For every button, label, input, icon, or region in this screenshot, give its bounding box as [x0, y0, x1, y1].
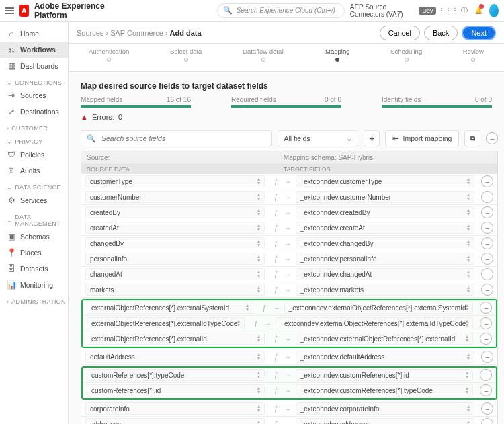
sidebar-item-destinations[interactable]: ↗Destinations: [0, 103, 68, 120]
source-field[interactable]: externalObjectReferences[*].externalSyst…: [87, 302, 253, 314]
sidebar-item-sources[interactable]: ⇥Sources: [0, 87, 68, 103]
next-button[interactable]: Next: [462, 26, 496, 40]
remove-row-button[interactable]: –: [480, 317, 492, 329]
sidebar-item-services[interactable]: ⚙Services: [0, 192, 68, 208]
fx-icon[interactable]: ƒ: [251, 320, 261, 327]
fx-icon[interactable]: ƒ: [271, 224, 281, 232]
target-field[interactable]: _extconndev.changedBy▴▾: [296, 237, 475, 249]
apps-icon[interactable]: ⋮⋮⋮: [443, 5, 454, 16]
info-icon[interactable]: ⓘ: [460, 5, 468, 16]
source-field[interactable]: changedAt▴▾: [85, 268, 265, 280]
target-field[interactable]: _extconndev.addresses▴▾: [296, 418, 475, 424]
target-field[interactable]: _extconndev.customReferences[*].id▴▾: [296, 369, 474, 381]
source-field[interactable]: addresses▴▾: [85, 418, 265, 424]
remove-row-button[interactable]: –: [481, 191, 493, 203]
remove-row-button[interactable]: –: [481, 418, 493, 424]
fx-icon[interactable]: ƒ: [271, 286, 281, 294]
target-field[interactable]: _extconndev.externalObjectReferences[*].…: [296, 333, 474, 345]
filter-select[interactable]: All fields ⌄: [278, 130, 358, 146]
source-field[interactable]: customReferences[*].id▴▾: [87, 384, 265, 396]
target-field[interactable]: _extconndev.corporateInfo▴▾: [296, 402, 475, 415]
fx-icon[interactable]: ƒ: [271, 335, 281, 343]
target-field[interactable]: _extconndev.markets▴▾: [296, 284, 475, 296]
step-select-data[interactable]: Select data: [170, 48, 202, 62]
add-button[interactable]: +: [364, 130, 380, 146]
target-field[interactable]: _extconndev.externalObjectReferences[*].…: [276, 317, 473, 329]
source-field[interactable]: customerNumber▴▾: [85, 191, 265, 203]
fx-icon[interactable]: ƒ: [271, 271, 281, 278]
fx-icon[interactable]: ƒ: [271, 421, 281, 425]
sidebar-group-customer[interactable]: › CUSTOMER: [0, 120, 68, 133]
fx-icon[interactable]: ƒ: [271, 255, 281, 263]
preview-button[interactable]: ⧉: [464, 130, 480, 146]
fx-icon[interactable]: ƒ: [271, 178, 281, 185]
sidebar-group-administration[interactable]: › ADMINISTRATION: [0, 293, 68, 306]
sidebar-group-data management[interactable]: ⌄ DATA MANAGEMENT: [0, 208, 68, 228]
source-field[interactable]: personalInfo▴▾: [85, 253, 265, 265]
target-field[interactable]: _extconndev.customReferences[*].typeCode…: [296, 384, 474, 396]
breadcrumb-sources[interactable]: Sources: [77, 29, 103, 37]
fx-icon[interactable]: ƒ: [271, 372, 281, 379]
global-search[interactable]: 🔍 Search Experience Cloud (Ctrl+/): [217, 3, 345, 18]
bell-icon[interactable]: 🔔: [474, 5, 482, 16]
sidebar-item-datasets[interactable]: 🗄Datasets: [0, 261, 68, 277]
search-input[interactable]: [100, 134, 266, 143]
fx-icon[interactable]: ƒ: [271, 353, 281, 361]
remove-row-button[interactable]: –: [480, 369, 492, 381]
remove-row-button[interactable]: –: [481, 284, 493, 296]
back-button[interactable]: Back: [424, 26, 458, 40]
target-field[interactable]: _extconndev.customerType▴▾: [296, 175, 475, 187]
remove-row-button[interactable]: –: [481, 402, 493, 415]
breadcrumb-sap[interactable]: SAP Commerce: [110, 29, 163, 37]
remove-row-button[interactable]: –: [481, 206, 493, 218]
fx-icon[interactable]: ƒ: [271, 240, 281, 247]
sidebar-item-monitoring[interactable]: 📊Monitoring: [0, 277, 68, 293]
cancel-button[interactable]: Cancel: [380, 26, 420, 40]
import-mapping-button[interactable]: ⇤ Import mapping: [385, 130, 459, 146]
search-source-fields[interactable]: 🔍: [81, 130, 272, 146]
step-dataflow-detail[interactable]: Dataflow detail: [243, 48, 284, 62]
fx-icon[interactable]: ƒ: [260, 304, 269, 312]
source-field[interactable]: defaultAddress▴▾: [85, 351, 265, 363]
remove-row-button[interactable]: –: [481, 253, 493, 265]
source-field[interactable]: customReferences[*].typeCode▴▾: [87, 369, 265, 381]
source-field[interactable]: changedBy▴▾: [85, 237, 265, 249]
sidebar-item-schemas[interactable]: ▣Schemas: [0, 228, 68, 245]
remove-row-button[interactable]: –: [481, 268, 493, 280]
remove-row-button[interactable]: –: [480, 302, 492, 314]
sidebar-item-audits[interactable]: 🗎Audits: [0, 163, 68, 179]
remove-row-button[interactable]: –: [480, 384, 492, 396]
target-field[interactable]: _extconndev.personalInfo▴▾: [296, 253, 475, 265]
sidebar-item-workflows[interactable]: ⎌Workflows: [0, 42, 68, 58]
target-field[interactable]: _extconndev.createdBy▴▾: [296, 206, 475, 218]
fx-icon[interactable]: ƒ: [271, 387, 281, 394]
menu-icon[interactable]: [5, 7, 14, 14]
source-field[interactable]: markets▴▾: [85, 284, 265, 296]
fx-icon[interactable]: ƒ: [271, 405, 281, 413]
target-field[interactable]: _extconndev.externalObjectReferences[*].…: [284, 302, 474, 314]
target-field[interactable]: _extconndev.customerNumber▴▾: [296, 191, 475, 203]
remove-row-button[interactable]: –: [481, 222, 493, 234]
source-field[interactable]: createdAt▴▾: [85, 222, 265, 234]
sidebar-group-data science[interactable]: ⌄ DATA SCIENCE: [0, 179, 68, 192]
avatar[interactable]: [489, 4, 499, 17]
source-field[interactable]: externalObjectReferences[*].externalId▴▾: [87, 333, 265, 345]
target-field[interactable]: _extconndev.createAt▴▾: [296, 222, 475, 234]
target-field[interactable]: _extconndev.changedAt▴▾: [296, 268, 475, 280]
sidebar-group-connections[interactable]: ⌄ CONNECTIONS: [0, 74, 68, 87]
fx-icon[interactable]: ƒ: [271, 194, 281, 201]
source-field[interactable]: createdBy▴▾: [85, 206, 265, 218]
source-field[interactable]: corporateInfo▴▾: [85, 402, 265, 415]
remove-row-button[interactable]: –: [481, 237, 493, 249]
remove-row-button[interactable]: –: [481, 351, 493, 363]
target-field[interactable]: _extconndev.defaultAddress▴▾: [296, 351, 475, 363]
source-field[interactable]: externalObjectReferences[*].externalIdTy…: [87, 317, 245, 329]
sidebar-item-dashboards[interactable]: ▦Dashboards: [0, 58, 68, 74]
fx-icon[interactable]: ƒ: [271, 209, 281, 216]
source-field[interactable]: customerType▴▾: [85, 175, 265, 187]
step-mapping[interactable]: Mapping: [325, 48, 349, 62]
sidebar-item-places[interactable]: 📍Places: [0, 245, 68, 261]
remove-row-button[interactable]: –: [480, 333, 492, 345]
sidebar-group-privacy[interactable]: ⌄ PRIVACY: [0, 133, 68, 146]
sidebar-item-home[interactable]: ⌂Home: [0, 26, 68, 42]
